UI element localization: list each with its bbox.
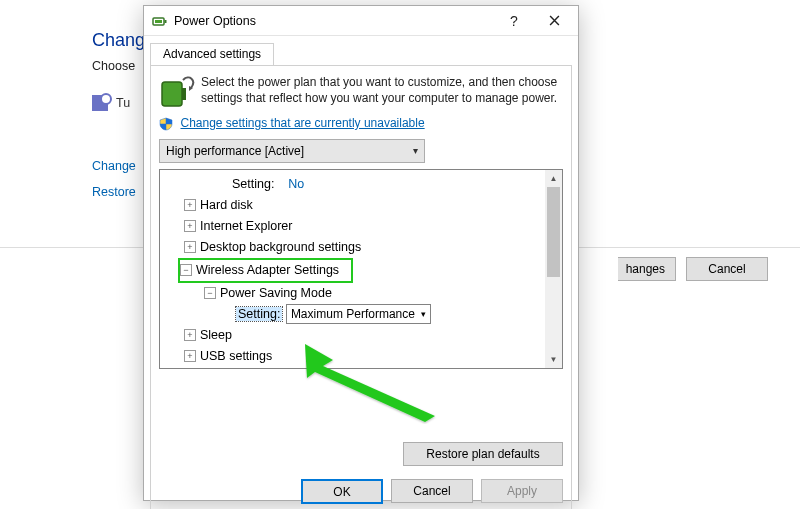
svg-rect-4 <box>182 88 186 100</box>
settings-tree[interactable]: Setting: No +Hard disk +Internet Explore… <box>159 169 563 369</box>
bg-save-button-partial[interactable]: hanges <box>618 257 676 281</box>
chevron-down-icon: ▾ <box>421 304 426 325</box>
scroll-down-icon[interactable]: ▼ <box>545 351 562 368</box>
tree-psm[interactable]: −Power Saving Mode <box>162 283 560 304</box>
plan-select[interactable]: High performance [Active] ▾ <box>159 139 425 163</box>
expand-icon[interactable]: + <box>184 241 196 253</box>
expand-icon[interactable]: + <box>184 350 196 362</box>
cancel-button[interactable]: Cancel <box>391 479 473 503</box>
ok-button[interactable]: OK <box>301 479 383 504</box>
power-options-dialog: Power Options ? Advanced settings Select… <box>143 5 579 501</box>
expand-icon[interactable]: + <box>184 329 196 341</box>
battery-icon <box>152 13 168 29</box>
tab-advanced[interactable]: Advanced settings <box>150 43 274 66</box>
tree-hard-disk[interactable]: +Hard disk <box>162 195 560 216</box>
svg-rect-2 <box>155 20 162 23</box>
admin-link[interactable]: Change settings that are currently unava… <box>180 116 424 130</box>
scrollbar[interactable]: ▲ ▼ <box>545 170 562 368</box>
scroll-thumb[interactable] <box>547 187 560 277</box>
collapse-icon[interactable]: − <box>180 264 192 276</box>
intro-text: Select the power plan that you want to c… <box>201 74 563 110</box>
monitor-icon <box>92 95 108 111</box>
help-button[interactable]: ? <box>494 6 534 36</box>
tree-pbl[interactable]: +Power buttons and lid <box>162 367 560 369</box>
value: No <box>288 177 304 191</box>
svg-rect-1 <box>165 20 167 23</box>
shield-icon <box>159 117 173 131</box>
title-bar: Power Options ? <box>144 6 578 36</box>
dialog-title: Power Options <box>174 14 494 28</box>
svg-rect-3 <box>162 82 182 106</box>
bg-cancel-button[interactable]: Cancel <box>686 257 768 281</box>
tree-sleep[interactable]: +Sleep <box>162 325 560 346</box>
chevron-down-icon: ▾ <box>413 145 418 156</box>
plan-selected-label: High performance [Active] <box>166 144 304 158</box>
tree-usb[interactable]: +USB settings <box>162 346 560 367</box>
expand-icon[interactable]: + <box>184 199 196 211</box>
tree-ie[interactable]: +Internet Explorer <box>162 216 560 237</box>
restore-defaults-button[interactable]: Restore plan defaults <box>403 442 563 466</box>
tree-setting-first: Setting: No <box>162 174 560 195</box>
tree-desktop[interactable]: +Desktop background settings <box>162 237 560 258</box>
apply-button: Apply <box>481 479 563 503</box>
tree-psm-setting[interactable]: Setting: Maximum Performance▾ <box>162 304 560 325</box>
expand-icon[interactable]: + <box>184 220 196 232</box>
selected-label: Setting: <box>236 307 282 321</box>
label: Setting: <box>232 177 274 191</box>
scroll-up-icon[interactable]: ▲ <box>545 170 562 187</box>
psm-value-dropdown[interactable]: Maximum Performance▾ <box>286 304 431 324</box>
close-button[interactable] <box>534 6 574 36</box>
bg-turn: Tu <box>116 96 130 110</box>
power-plan-icon <box>159 74 195 110</box>
collapse-icon[interactable]: − <box>204 287 216 299</box>
tree-wireless[interactable]: −Wireless Adapter Settings <box>178 258 353 283</box>
